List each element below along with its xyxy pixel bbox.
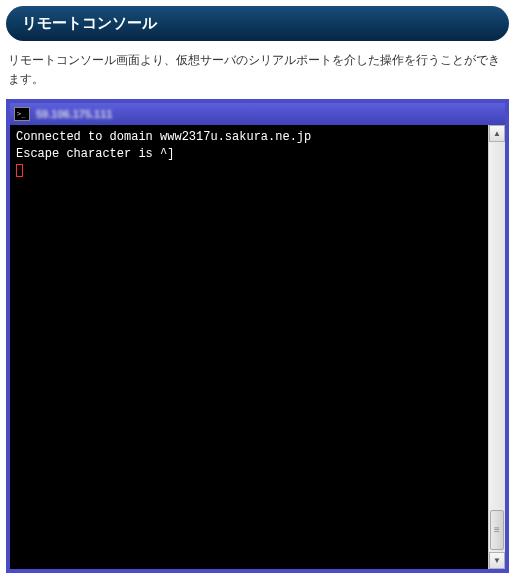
page-description: リモートコンソール画面より、仮想サーバのシリアルポートを介した操作を行うことがで… <box>0 51 515 99</box>
scroll-track[interactable] <box>489 142 505 552</box>
terminal-output[interactable]: Connected to domain www2317u.sakura.ne.j… <box>10 125 488 569</box>
page-title-bar: リモートコンソール <box>6 6 509 41</box>
terminal-wrap: Connected to domain www2317u.sakura.ne.j… <box>10 125 505 569</box>
terminal-cursor <box>16 164 23 177</box>
terminal-line-2: Escape character is ^] <box>16 147 174 161</box>
console-title-text: 59.106.175.111 <box>36 108 112 120</box>
scroll-thumb[interactable] <box>490 510 504 550</box>
scroll-up-button[interactable]: ▲ <box>489 125 505 142</box>
page-title: リモートコンソール <box>22 14 157 31</box>
terminal-icon <box>14 107 30 121</box>
console-window: 59.106.175.111 Connected to domain www23… <box>6 99 509 573</box>
scroll-down-button[interactable]: ▼ <box>489 552 505 569</box>
console-title-bar[interactable]: 59.106.175.111 <box>10 103 505 125</box>
vertical-scrollbar[interactable]: ▲ ▼ <box>488 125 505 569</box>
description-text: リモートコンソール画面より、仮想サーバのシリアルポートを介した操作を行うことがで… <box>8 53 500 86</box>
terminal-line-1: Connected to domain www2317u.sakura.ne.j… <box>16 130 311 144</box>
